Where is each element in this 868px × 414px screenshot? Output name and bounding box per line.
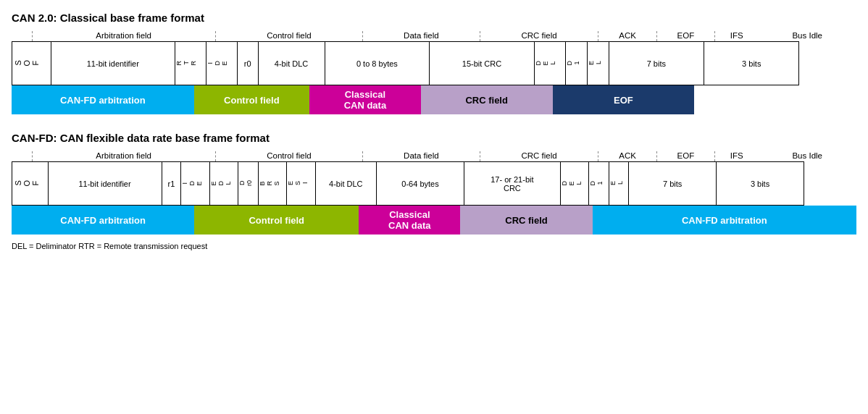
canfd-r1-cell: r1: [162, 162, 181, 206]
can20-ack-header: ACK: [598, 31, 656, 41]
can20-eof-cell: 7 bits: [609, 42, 704, 85]
can20-color-crc: CRC field: [421, 85, 553, 114]
can20-r0-cell: r0: [237, 42, 258, 85]
canfd-color-crc: CRC field: [460, 206, 592, 235]
can20-ctrl-header: Control field: [215, 31, 362, 41]
canfd-d0-cell: D r0: [238, 162, 259, 206]
can20-eof-header: EOF: [656, 31, 714, 41]
can20-rtr-cell: R T R: [175, 42, 206, 85]
canfd-brs-cell: B R S: [258, 162, 286, 206]
can20-bus-idle-cell: [799, 42, 856, 85]
canfd-crc-header: CRC field: [480, 151, 598, 161]
canfd-ctrl-header: Control field: [215, 151, 362, 161]
canfd-del1-cell: D E L: [560, 162, 588, 206]
can20-color-arbitration: CAN-FD arbitration: [12, 85, 194, 114]
canfd-data-cell: 0-64 bytes: [377, 162, 464, 206]
can20-ack-slot-cell: D 1: [565, 42, 587, 85]
can20-dlc-cell: 4-bit DLC: [258, 42, 325, 85]
canfd-del2-cell: E L: [609, 162, 629, 206]
canfd-edl-cell: E D L: [209, 162, 238, 206]
footnote: DEL = Deliminator RTR = Remote transmiss…: [12, 242, 856, 250]
canfd-eof-header: EOF: [656, 151, 714, 161]
canfd-eof-cell: 7 bits: [629, 162, 717, 206]
can20-del1-cell: D E L: [534, 42, 565, 85]
canfd-crc-cell: 17- or 21-bit CRC: [464, 162, 560, 206]
canfd-dlc-cell: 4-bit DLC: [315, 162, 377, 206]
can20-section: CAN 2.0: Classical base frame format Arb…: [12, 12, 856, 114]
canfd-section: CAN-FD: CAN flexible data rate base fram…: [12, 132, 856, 250]
can20-crc-header: CRC field: [480, 31, 598, 41]
canfd-sof-cell: S O F: [12, 162, 49, 206]
canfd-data-header: Data field: [363, 151, 480, 161]
can20-data-header: Data field: [363, 31, 480, 41]
can20-title: CAN 2.0: Classical base frame format: [12, 12, 856, 24]
canfd-color-arbitration: CAN-FD arbitration: [12, 206, 194, 235]
canfd-title: CAN-FD: CAN flexible data rate base fram…: [12, 132, 856, 144]
can20-color-control: Control field: [194, 85, 309, 114]
can20-color-empty: [694, 85, 856, 114]
can20-bus-idle-header: Bus Idle: [758, 31, 856, 41]
can20-crc-cell: 15-bit CRC: [430, 42, 535, 85]
can20-ide-cell: I D E: [206, 42, 237, 85]
canfd-bus-idle-header: Bus Idle: [758, 151, 856, 161]
can20-arb-header: Arbitration field: [32, 31, 215, 41]
canfd-arb-header: Arbitration field: [32, 151, 215, 161]
canfd-color-eof: CAN-FD arbitration: [593, 206, 856, 235]
can20-color-data: Classical CAN data: [309, 85, 421, 114]
canfd-ifs-cell: 3 bits: [717, 162, 804, 206]
canfd-ack-slot-cell: D 1: [589, 162, 609, 206]
canfd-ifs-header: IFS: [715, 151, 759, 161]
can20-sof-cell: S O F: [12, 42, 51, 85]
canfd-identifier-cell: 11-bit identifier: [48, 162, 162, 206]
canfd-color-control: Control field: [194, 206, 359, 235]
can20-identifier-cell: 11-bit identifier: [51, 42, 175, 85]
can20-data-cell: 0 to 8 bytes: [325, 42, 430, 85]
canfd-bus-idle-cell: [804, 162, 856, 206]
can20-ifs-cell: 3 bits: [704, 42, 799, 85]
canfd-ide-cell: I D E: [181, 162, 209, 206]
can20-color-eof: EOF: [553, 85, 695, 114]
can20-del2-cell: E L: [587, 42, 609, 85]
canfd-ack-header: ACK: [598, 151, 656, 161]
canfd-esi-cell: E S I: [287, 162, 315, 206]
canfd-color-data: Classical CAN data: [359, 206, 460, 235]
can20-ifs-header: IFS: [715, 31, 759, 41]
